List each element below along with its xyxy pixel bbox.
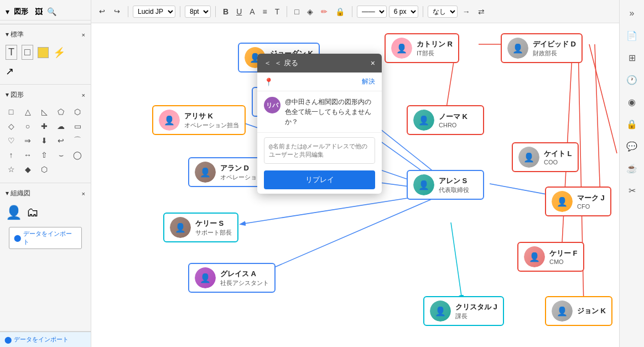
avatar-keito: 👤 [518, 147, 539, 168]
import-btn-1[interactable]: ⬤ データをインポート [4, 227, 86, 249]
undo-btn[interactable]: ↩ [96, 6, 108, 17]
yellow-swatch[interactable] [38, 47, 49, 58]
canvas[interactable]: 👤 ジョーダン K 購買部長 👤 カトリン R IT部長 👤 デイビッド D 財… [91, 23, 619, 347]
node-title-allen: 代表取締役 [439, 186, 469, 194]
org-close[interactable]: × [82, 190, 85, 197]
shape-square[interactable]: □ [4, 105, 18, 118]
shape-heart[interactable]: ♡ [4, 134, 18, 147]
org-header[interactable]: ▾ 組織図 × [0, 187, 91, 200]
node-noma[interactable]: 👤 ノーマ K CHRO [407, 105, 484, 135]
import-btn-2[interactable]: ⬤ データをインポート [0, 332, 91, 347]
line-end-select[interactable]: なし [428, 6, 458, 18]
node-john[interactable]: 👤 ジョン K [545, 296, 612, 326]
avatar-kelly2: 👤 [524, 246, 545, 267]
shapes-close[interactable]: × [82, 92, 85, 99]
svg-line-5 [263, 199, 432, 272]
shape-circle[interactable]: ○ [21, 120, 34, 133]
shape-both-arrow[interactable]: ↔ [21, 148, 34, 162]
shape-oval[interactable]: ◯ [71, 148, 84, 162]
shape-wave[interactable]: ⌣ [54, 148, 67, 162]
shape-arrow-right[interactable]: ⇒ [21, 134, 34, 147]
shape-arrow-left-right[interactable]: ↩ [54, 134, 67, 147]
shape-diamond[interactable]: ◇ [4, 120, 18, 133]
node-keito[interactable]: 👤 ケイト L COO [512, 142, 579, 172]
line-width-select[interactable]: 6 px [389, 6, 418, 18]
node-crystal[interactable]: 👤 クリスタル J 課長 [423, 296, 504, 326]
shape-hexagon[interactable]: ⬡ [71, 105, 84, 118]
scissors-icon[interactable]: ✂ [623, 182, 641, 199]
bold-btn[interactable]: B [220, 6, 231, 18]
shape-chevron[interactable]: ⇧ [38, 148, 51, 162]
image-icon[interactable]: 🖼 [35, 7, 43, 16]
border-btn[interactable]: □ [292, 6, 302, 18]
shapes-header[interactable]: ▾ 図形 × [0, 88, 91, 102]
svg-line-9 [589, 44, 617, 153]
text-tool[interactable]: T [6, 45, 17, 60]
redo-btn[interactable]: ↪ [111, 6, 123, 17]
node-text-allen: アレン S 代表取締役 [439, 176, 469, 194]
shape-right-triangle[interactable]: ◺ [38, 105, 51, 118]
resolve-btn[interactable]: 解決 [362, 77, 375, 86]
node-mark[interactable]: 👤 マーク J CFO [545, 187, 611, 216]
node-alisa[interactable]: 👤 アリサ K オペレーション担当 [152, 105, 246, 135]
shape-banner[interactable]: ⌒ [71, 134, 84, 147]
node-david[interactable]: 👤 デイビッド D 財政部長 [501, 33, 583, 63]
shape-cloud[interactable]: ☁ [54, 120, 67, 133]
align-btn[interactable]: ≡ [260, 6, 270, 18]
underline-btn[interactable]: U [233, 6, 245, 18]
standard-header[interactable]: ▾ 標準 × [0, 28, 91, 42]
shape-pentagon[interactable]: ⬠ [54, 105, 67, 118]
lightning-tool[interactable]: ⚡ [53, 46, 65, 59]
shape-plus[interactable]: ✚ [38, 120, 51, 133]
node-katrin[interactable]: 👤 カトリン R IT部長 [385, 33, 459, 63]
line-style-select[interactable]: —— [357, 6, 387, 18]
font-color-btn[interactable]: A [247, 6, 257, 18]
expand-icon[interactable]: » [623, 4, 641, 22]
standard-close[interactable]: × [82, 32, 85, 38]
layers-icon[interactable]: ◉ [623, 93, 641, 111]
shape-arrow-down[interactable]: ⬇ [38, 134, 51, 147]
comment-input[interactable] [264, 137, 375, 164]
org-section: ▾ 組織図 × 👤 🗂 ⬤ データをインポート [0, 183, 91, 332]
search-icon[interactable]: 🔍 [47, 7, 56, 16]
arrow-right-btn[interactable]: → [460, 6, 473, 18]
page-icon[interactable]: 📄 [623, 27, 641, 44]
node-name-grace: グレイス A [220, 269, 269, 279]
back-button[interactable]: ＜ ＜ 戻る [264, 58, 298, 68]
import-label-1: データをインポート [23, 230, 77, 246]
shape-up-arrow[interactable]: ↑ [4, 148, 18, 162]
standard-label: ▾ 標準 [6, 30, 24, 39]
font-select[interactable]: Lucid JP [133, 6, 175, 18]
shape-rect2[interactable]: ▭ [71, 120, 84, 133]
node-grace[interactable]: 👤 グレイス A 社長アシスタント [188, 263, 276, 293]
rect-tool[interactable]: □ [22, 45, 33, 60]
arrow-swap-btn[interactable]: ⇄ [475, 6, 487, 18]
coffee-icon[interactable]: ☕ [623, 159, 641, 177]
shape-octagon[interactable]: ⬡ [38, 163, 51, 176]
node-kelly[interactable]: 👤 ケリー S サポート部長 [163, 213, 238, 242]
avatar-noma: 👤 [413, 110, 434, 131]
node-allen[interactable]: 👤 アレン S 代表取締役 [407, 170, 484, 200]
node-kelly2[interactable]: 👤 ケリー F CMO [517, 242, 584, 272]
line-color-btn[interactable]: ✏ [318, 6, 330, 18]
node-text-kelly2: ケリー F CMO [549, 248, 578, 265]
shape-diamond2[interactable]: ◆ [21, 163, 34, 176]
shape-star[interactable]: ☆ [4, 163, 18, 176]
comment-header: ＜ ＜ 戻る × [257, 54, 382, 72]
grid-icon[interactable]: ⊞ [623, 49, 641, 66]
comment-close-btn[interactable]: × [371, 59, 375, 68]
org-tree-icon[interactable]: 🗂 [27, 205, 39, 220]
org-single-icon[interactable]: 👤 [6, 205, 22, 220]
fill-btn[interactable]: ◈ [304, 6, 316, 18]
node-title-david: 財政部長 [533, 49, 576, 58]
clock-icon[interactable]: 🕐 [623, 71, 641, 89]
font-size-select[interactable]: 8pt [185, 6, 211, 18]
replay-btn[interactable]: リプレイ [264, 170, 375, 189]
lock-btn[interactable]: 🔒 [333, 6, 347, 18]
arrow-tool[interactable]: ↗ [6, 66, 14, 77]
text-format-btn[interactable]: T [272, 6, 283, 18]
comment-icon[interactable]: 💬 [623, 137, 641, 155]
lock-icon[interactable]: 🔒 [623, 115, 641, 133]
shape-triangle[interactable]: △ [21, 105, 34, 118]
toolbar-divider-1 [128, 6, 128, 17]
